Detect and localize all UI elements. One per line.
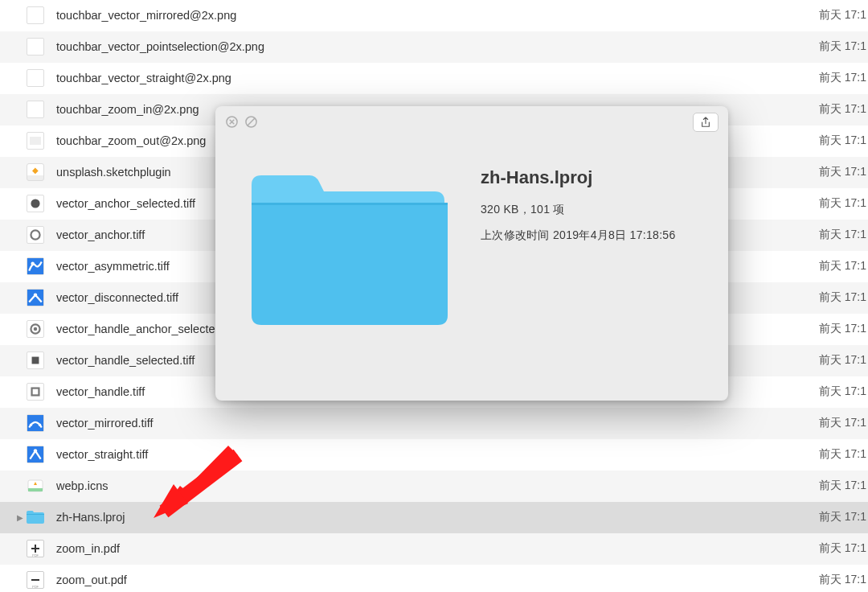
svg-point-0 [31,199,39,208]
file-row[interactable]: vector_mirrored.tiff前天 17:1 [0,408,868,439]
svg-rect-8 [32,357,39,364]
folder-icon [240,153,457,376]
curve-mirr-icon [26,413,45,433]
file-date-label: 前天 17:1 [819,196,868,211]
curve-straight-icon [26,445,45,464]
svg-point-11 [30,424,32,426]
file-date-label: 前天 17:1 [819,259,868,273]
file-name-label: touchbar_vector_mirrored@2x.png [56,9,819,22]
blank-icon [26,37,45,56]
file-name-label: zoom_out.pdf [56,574,819,586]
file-row[interactable]: ▶zh-Hans.lproj前天 17:1 [0,502,868,533]
svg-line-24 [248,118,254,125]
file-date-label: 前天 17:1 [819,228,868,242]
file-name-label: zh-Hans.lproj [56,511,819,524]
blank-icon [26,68,45,88]
file-name-label: vector_straight.tiff [56,448,819,461]
folder-icon [26,508,45,527]
png-thumb-icon [26,131,45,150]
curve-asym-icon [26,257,45,276]
quicklook-title: zh-Hans.lproj [481,167,704,188]
file-date-label: 前天 17:1 [819,134,868,148]
svg-point-12 [39,424,41,426]
svg-point-5 [34,293,37,296]
svg-rect-13 [27,446,43,462]
file-date-label: 前天 17:1 [819,384,868,399]
file-row[interactable]: touchbar_vector_mirrored@2x.png前天 17:1 [0,0,868,31]
share-button[interactable] [693,113,719,132]
quicklook-size: 320 KB，101 项 [481,203,704,217]
file-row[interactable]: vector_straight.tiff前天 17:1 [0,439,868,471]
svg-point-3 [31,261,34,265]
file-date-label: 前天 17:1 [819,8,868,23]
file-name-label: touchbar_vector_pointselection@2x.png [56,40,819,53]
file-row[interactable]: PDFzoom_out.pdf前天 17:1 [0,565,868,592]
curve-disc-icon [26,288,45,307]
file-row[interactable]: touchbar_vector_pointselection@2x.png前天 … [0,31,868,63]
svg-rect-25 [252,203,448,205]
blank-icon [26,100,45,119]
handle-sel-icon [26,351,45,370]
quicklook-header [215,106,728,137]
svg-rect-9 [32,388,39,396]
icns-icon [26,476,45,495]
quicklook-body: zh-Hans.lproj 320 KB，101 项 上次修改时间 2019年4… [215,137,728,401]
file-name-label: touchbar_vector_straight@2x.png [56,72,819,84]
file-name-label: webp.icns [56,479,819,492]
anchor-sel-icon [26,194,45,213]
plugin-icon [26,162,45,182]
close-icon[interactable] [225,115,238,128]
file-date-label: 前天 17:1 [819,479,868,493]
quicklook-info: zh-Hans.lproj 320 KB，101 项 上次修改时间 2019年4… [481,153,704,376]
file-date-label: 前天 17:1 [819,102,868,117]
file-date-label: 前天 17:1 [819,416,868,430]
handle-anchor-icon [26,319,45,339]
file-date-label: 前天 17:1 [819,573,868,587]
file-name-label: vector_mirrored.tiff [56,417,819,430]
file-date-label: 前天 17:1 [819,71,868,85]
file-row[interactable]: PDFzoom_in.pdf前天 17:1 [0,533,868,565]
file-date-label: 前天 17:1 [819,165,868,179]
file-row[interactable]: touchbar_vector_straight@2x.png前天 17:1 [0,63,868,94]
svg-rect-18 [27,514,44,515]
disclosure-triangle[interactable]: ▶ [16,513,24,522]
file-date-label: 前天 17:1 [819,510,868,524]
file-date-label: 前天 17:1 [819,353,868,368]
quicklook-panel: zh-Hans.lproj 320 KB，101 项 上次修改时间 2019年4… [215,106,728,401]
blank-icon [26,6,45,25]
quicklook-modified: 上次修改时间 2019年4月8日 17:18:56 [481,228,704,243]
svg-point-1 [31,230,39,239]
handle-icon [26,382,45,401]
file-date-label: 前天 17:1 [819,39,868,54]
file-date-label: 前天 17:1 [819,322,868,336]
anchor-icon [26,225,45,245]
svg-rect-4 [27,290,43,306]
svg-point-14 [34,449,37,452]
file-date-label: 前天 17:1 [819,541,868,556]
pdf-minus-icon: PDF [26,570,45,590]
no-entry-icon [244,115,257,128]
file-row[interactable]: webp.icns前天 17:1 [0,471,868,502]
svg-point-7 [34,327,37,331]
pdf-plus-icon: PDF [26,539,45,558]
file-name-label: zoom_in.pdf [56,542,819,555]
file-date-label: 前天 17:1 [819,290,868,305]
svg-rect-16 [28,488,43,491]
file-date-label: 前天 17:1 [819,447,868,462]
